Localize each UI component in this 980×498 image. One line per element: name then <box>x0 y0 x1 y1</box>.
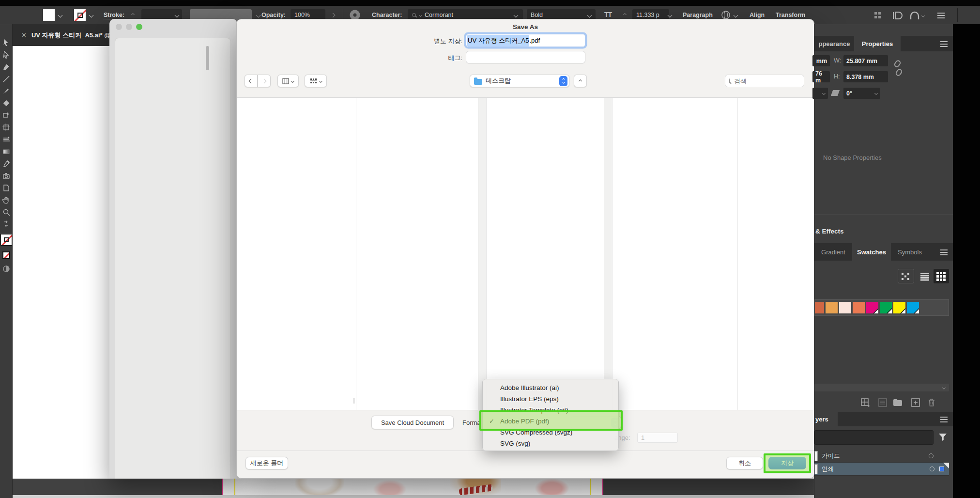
swatches-menu-icon[interactable] <box>940 249 948 250</box>
filename-field[interactable]: UV 자유형 스티커_A5.pdf <box>466 34 585 47</box>
swatch[interactable] <box>880 302 892 313</box>
line-segment-tool[interactable] <box>2 75 10 83</box>
range-field[interactable]: 1 <box>637 433 678 443</box>
eyedropper-tool[interactable] <box>2 160 10 168</box>
menu-item-illustrator-eps[interactable]: Illustrator EPS (eps) <box>483 393 618 405</box>
window-minimize-icon[interactable] <box>126 24 132 30</box>
window-scrollbar[interactable] <box>206 46 209 70</box>
window-close-icon[interactable] <box>116 24 122 30</box>
constrain-proportions-icon[interactable] <box>892 59 904 78</box>
save-button[interactable]: 저장 <box>768 457 806 469</box>
up-directory-button[interactable] <box>574 75 587 87</box>
swatch-grid-view-button[interactable] <box>934 269 949 283</box>
cancel-button[interactable]: 취소 <box>726 457 763 469</box>
search-field[interactable] <box>725 75 804 87</box>
stroke-chevron-icon[interactable] <box>89 13 94 18</box>
tab-gradient[interactable]: Gradient <box>814 243 852 261</box>
document-tab[interactable]: ✕ UV 자유형 스티커_A5.ai* @ <box>13 24 119 46</box>
tab-swatches[interactable]: Swatches <box>852 243 891 261</box>
fill-chevron-icon[interactable] <box>58 13 63 18</box>
swatch[interactable] <box>853 302 865 313</box>
toolbar-menu-icon[interactable] <box>937 13 945 14</box>
pen-tool[interactable] <box>2 63 10 71</box>
rotate-field[interactable]: 0° <box>843 88 880 99</box>
font-size-up-icon[interactable] <box>623 13 627 16</box>
tab-close-icon[interactable]: ✕ <box>21 31 27 39</box>
swatch-pattern-view-button[interactable] <box>898 269 914 283</box>
forward-button[interactable] <box>258 75 271 87</box>
snap-options-icon[interactable] <box>874 12 877 15</box>
location-dropdown[interactable]: 데스크탑 <box>470 75 569 87</box>
selection-tool[interactable] <box>2 39 10 47</box>
draw-mode-icon[interactable] <box>2 265 10 273</box>
save-cloud-document-button[interactable]: Save Cloud Document <box>371 416 454 429</box>
x-field[interactable]: mm <box>812 55 830 66</box>
new-color-group-icon[interactable] <box>893 399 903 406</box>
swatch[interactable] <box>839 302 851 313</box>
panel-menu-icon[interactable] <box>940 41 948 42</box>
stroke-weight-up-icon[interactable] <box>131 13 135 16</box>
shape-builder-icon[interactable] <box>892 10 903 21</box>
blend-tool[interactable] <box>2 136 10 143</box>
delete-swatch-icon[interactable] <box>928 398 935 407</box>
tab-symbols[interactable]: Symbols <box>891 243 929 261</box>
swatch[interactable] <box>826 302 838 313</box>
hand-tool[interactable] <box>2 196 10 204</box>
y-field[interactable]: 76 m <box>812 71 830 82</box>
zoom-tool[interactable] <box>2 208 10 216</box>
w-field[interactable]: 25.807 mm <box>843 55 888 66</box>
stroke-indicator[interactable] <box>2 251 10 259</box>
fill-color-swatch[interactable] <box>43 9 55 21</box>
window-zoom-icon[interactable] <box>136 24 142 30</box>
menu-item-adobe-illustrator[interactable]: Adobe Illustrator (ai) <box>483 382 618 393</box>
corner-widget-icon[interactable] <box>909 10 921 21</box>
filter-funnel-icon[interactable] <box>938 433 947 441</box>
swap-fill-stroke-icon[interactable] <box>2 220 10 227</box>
swatch-libraries-icon[interactable] <box>861 398 870 407</box>
layer-target-icon[interactable] <box>929 453 934 458</box>
search-input[interactable] <box>733 77 820 85</box>
direct-selection-tool[interactable] <box>2 51 10 59</box>
fill-indicator[interactable] <box>0 234 12 246</box>
align-label[interactable]: Align <box>750 12 765 18</box>
swatch-list-view-button[interactable] <box>917 269 933 283</box>
artboard-tool[interactable] <box>2 124 10 131</box>
composer-chevron-icon[interactable] <box>734 13 738 18</box>
tags-input[interactable] <box>466 51 585 63</box>
column-resize-handle[interactable] <box>353 398 354 404</box>
menu-item-svg-compressed[interactable]: SVG Compressed (svgz) <box>483 427 618 438</box>
menu-item-adobe-pdf[interactable]: ✓Adobe PDF (pdf) <box>483 416 618 427</box>
tab-appearance[interactable]: ppearance <box>814 36 854 51</box>
layer-row-print[interactable]: 인쇄 <box>814 463 949 476</box>
menu-item-svg[interactable]: SVG (svg) <box>483 438 618 449</box>
swatch[interactable] <box>866 302 878 313</box>
layer-row-guides[interactable]: 가이드 <box>814 450 949 463</box>
tab-layers[interactable]: yers <box>814 412 838 426</box>
paragraph-label[interactable]: Paragraph <box>683 12 713 18</box>
swatch-type-dropdown[interactable] <box>814 384 949 391</box>
corner-widget-chevron-icon[interactable] <box>921 14 925 17</box>
symbol-sprayer-tool[interactable] <box>2 172 10 180</box>
back-button[interactable] <box>245 75 258 87</box>
paintbrush-tool[interactable] <box>2 87 10 95</box>
tab-properties[interactable]: Properties <box>854 36 901 51</box>
variable-width-chevron-icon[interactable] <box>256 13 261 18</box>
swatch-options-icon[interactable] <box>878 398 887 407</box>
opacity-more-icon[interactable] <box>331 13 336 18</box>
menu-item-illustrator-template[interactable]: Illustrator Template (ait) <box>483 405 618 416</box>
layers-menu-icon[interactable] <box>940 417 948 418</box>
page-tool[interactable] <box>2 184 10 192</box>
new-swatch-icon[interactable] <box>911 398 920 407</box>
file-browser[interactable] <box>237 97 814 410</box>
stroke-color-swatch[interactable] <box>74 9 86 21</box>
shape-tool[interactable] <box>2 99 10 107</box>
h-field[interactable]: 8.378 mm <box>843 71 888 82</box>
background-window[interactable] <box>109 19 237 479</box>
swatch[interactable] <box>907 302 919 313</box>
layer-target-icon[interactable] <box>930 467 934 471</box>
column-view-button[interactable] <box>277 75 299 87</box>
new-folder-button[interactable]: 새로운 폴더 <box>245 457 288 469</box>
group-view-button[interactable] <box>305 75 327 87</box>
free-transform-tool[interactable] <box>2 111 10 119</box>
transform-more-dropdown[interactable] <box>812 88 828 99</box>
